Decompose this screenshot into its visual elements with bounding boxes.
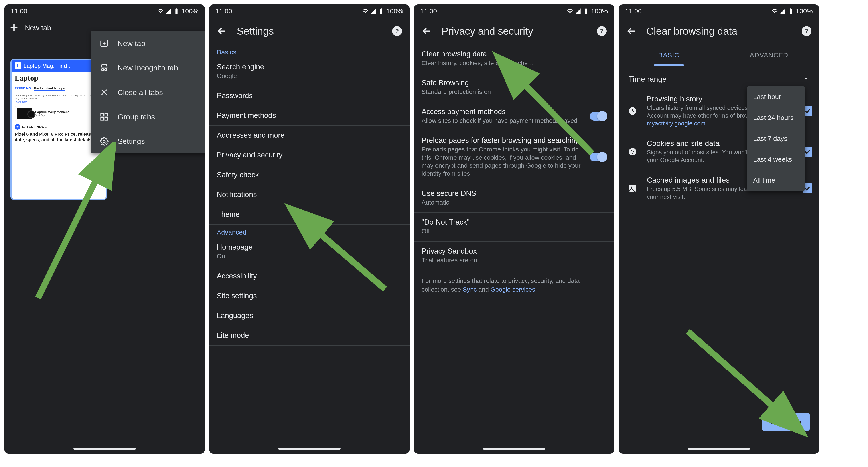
menu-close-all[interactable]: Close all tabs: [91, 80, 205, 104]
cbd-tabs: BASIC ADVANCED: [619, 44, 819, 66]
settings-notifications[interactable]: Notifications: [209, 185, 409, 205]
menu-label: New tab: [118, 39, 145, 48]
toggle[interactable]: [590, 153, 607, 162]
settings-homepage[interactable]: HomepageOn: [209, 237, 409, 266]
row-sub: Preloads pages that Chrome thinks you mi…: [422, 145, 585, 178]
row-title: Preload pages for faster browsing and se…: [422, 136, 585, 144]
menu-incognito[interactable]: New Incognito tab: [91, 56, 205, 80]
back-icon[interactable]: [626, 26, 637, 36]
settings-addresses[interactable]: Addresses and more: [209, 126, 409, 145]
privacy-footnote: For more settings that relate to privacy…: [414, 270, 614, 300]
image-icon: [625, 184, 640, 193]
dd-all-time[interactable]: All time: [747, 170, 805, 191]
row-title: Safety check: [217, 171, 402, 179]
privacy-do-not-track[interactable]: "Do Not Track" Off: [414, 212, 614, 241]
nav-pill[interactable]: [278, 448, 341, 449]
help-icon[interactable]: ?: [802, 26, 811, 36]
back-icon[interactable]: [422, 26, 432, 36]
chevron-down-icon: [803, 75, 809, 84]
status-icons: 100%: [772, 7, 813, 15]
star-badge-icon: ★: [15, 124, 21, 130]
screen-3-privacy: 11:00 100% Privacy and security ? Clear …: [414, 4, 614, 454]
svg-point-14: [103, 140, 105, 142]
settings-languages[interactable]: Languages: [209, 306, 409, 326]
tab-advanced[interactable]: ADVANCED: [719, 44, 819, 66]
menu-group-tabs[interactable]: Group tabs: [91, 104, 205, 129]
wifi-icon: [362, 8, 368, 14]
privacy-secure-dns[interactable]: Use secure DNS Automatic: [414, 184, 614, 212]
clock-icon: [625, 106, 640, 115]
signal-icon: [370, 8, 376, 14]
time-range-dropdown: Last hour Last 24 hours Last 7 days Last…: [747, 86, 805, 191]
back-icon[interactable]: [217, 26, 227, 36]
privacy-safe-browsing[interactable]: Safe Browsing Standard protection is on: [414, 73, 614, 102]
dd-last-hour[interactable]: Last hour: [747, 86, 805, 107]
row-title: Privacy Sandbox: [422, 247, 607, 255]
status-icons: 100%: [157, 7, 198, 15]
help-icon[interactable]: ?: [392, 26, 402, 36]
privacy-access-payment[interactable]: Access payment methods Allow sites to ch…: [414, 102, 614, 131]
sub-link[interactable]: myactivity.google.com: [647, 120, 706, 127]
battery-percent: 100%: [591, 7, 608, 15]
battery-percent: 100%: [796, 7, 813, 15]
dd-last-24h[interactable]: Last 24 hours: [747, 107, 805, 128]
status-time: 11:00: [625, 7, 642, 15]
wifi-icon: [567, 8, 573, 14]
settings-search-engine[interactable]: Search engineGoogle: [209, 57, 409, 86]
menu-label: New Incognito tab: [118, 64, 178, 72]
settings-theme[interactable]: Theme: [209, 205, 409, 225]
dd-last-4w[interactable]: Last 4 weeks: [747, 149, 805, 170]
page-title: Privacy and security: [441, 25, 587, 37]
privacy-privacy-sandbox[interactable]: Privacy Sandbox Trial features are on: [414, 241, 614, 270]
menu-new-tab[interactable]: New tab: [91, 31, 205, 56]
row-title: Search engine: [217, 63, 402, 71]
menu-label: Group tabs: [118, 112, 155, 121]
row-title: Languages: [217, 311, 402, 320]
settings-lite-mode[interactable]: Lite mode: [209, 326, 409, 345]
trending-item: Best student laptops: [34, 87, 65, 91]
privacy-clear-browsing-data[interactable]: Clear browsing data Clear history, cooki…: [414, 44, 614, 73]
settings-accessibility[interactable]: Accessibility: [209, 266, 409, 286]
signal-icon: [165, 8, 172, 14]
privacy-preload-pages[interactable]: Preload pages for faster browsing and se…: [414, 131, 614, 184]
close-icon: [100, 88, 108, 97]
disclaimer-1: LaptopMag is supported by its audience. …: [15, 94, 70, 97]
settings-privacy-security[interactable]: Privacy and security: [209, 145, 409, 165]
battery-percent: 100%: [181, 7, 198, 15]
svg-point-27: [633, 151, 634, 152]
row-title: Safe Browsing: [422, 78, 607, 87]
row-title: Theme: [217, 210, 402, 219]
plus-icon[interactable]: [9, 23, 19, 33]
screen-4-cleardata: 11:00 100% Clear browsing data ? BASIC A…: [619, 4, 819, 454]
battery-percent: 100%: [386, 7, 403, 15]
settings-site-settings[interactable]: Site settings: [209, 286, 409, 306]
settings-payment-methods[interactable]: Payment methods: [209, 106, 409, 126]
nav-pill[interactable]: [73, 448, 136, 449]
nav-pill[interactable]: [688, 448, 750, 449]
settings-passwords[interactable]: Passwords: [209, 86, 409, 106]
menu-settings[interactable]: Settings: [91, 129, 205, 154]
cookie-icon: [625, 147, 640, 156]
tab-basic[interactable]: BASIC: [619, 44, 719, 66]
nav-pill[interactable]: [483, 448, 545, 449]
svg-rect-29: [629, 185, 636, 192]
status-bar: 11:00 100%: [4, 4, 205, 18]
screen-2-settings: 11:00 100% Settings ? Basics Search engi…: [209, 4, 409, 454]
time-range-label: Time range: [628, 75, 666, 84]
settings-safety-check[interactable]: Safety check: [209, 165, 409, 185]
footnote-link-sync[interactable]: Sync: [463, 286, 476, 293]
toggle[interactable]: [590, 112, 607, 121]
dd-last-7d[interactable]: Last 7 days: [747, 128, 805, 149]
plus-square-icon: [100, 39, 108, 48]
app-bar: Clear browsing data ?: [619, 18, 819, 44]
time-range-row[interactable]: Time range: [619, 66, 819, 89]
new-tab-label[interactable]: New tab: [25, 24, 51, 32]
footnote-link-google-services[interactable]: Google services: [491, 286, 535, 293]
row-sub: Allow sites to check if you have payment…: [422, 117, 585, 125]
thumb-title: Laptop Mag: Find t: [24, 63, 70, 69]
clear-data-button[interactable]: Clear data: [762, 413, 810, 431]
row-title: Privacy and security: [217, 151, 402, 159]
help-icon[interactable]: ?: [597, 26, 607, 36]
row-title: Lite mode: [217, 331, 402, 340]
row-sub: Automatic: [422, 199, 607, 207]
